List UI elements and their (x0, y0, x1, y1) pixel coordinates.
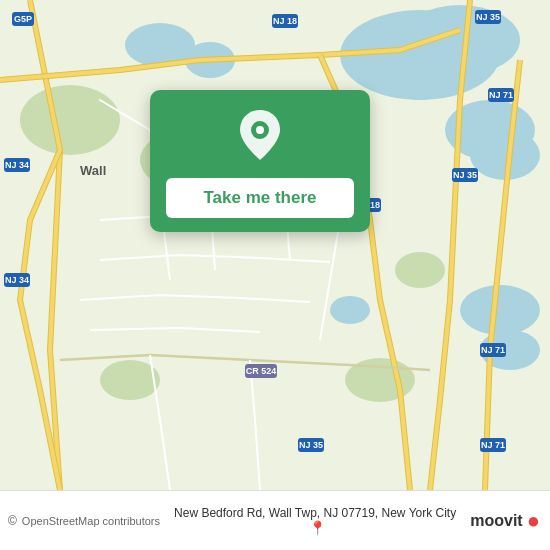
svg-point-2 (400, 5, 520, 75)
svg-point-41 (256, 126, 264, 134)
footer-copyright: © OpenStreetMap contributors (8, 514, 160, 528)
svg-point-5 (460, 285, 540, 335)
map-pin-icon (238, 108, 282, 166)
location-card: Take me there (150, 90, 370, 232)
footer-address: New Bedford Rd, Wall Twp, NJ 07719, New … (160, 505, 470, 536)
svg-text:NJ 35: NJ 35 (476, 12, 500, 22)
svg-text:NJ 34: NJ 34 (5, 275, 29, 285)
svg-text:CR 524: CR 524 (246, 366, 277, 376)
brand-pin-icon: 📍 (309, 520, 326, 536)
footer: © OpenStreetMap contributors New Bedford… (0, 490, 550, 550)
svg-text:NJ 34: NJ 34 (5, 160, 29, 170)
svg-text:NJ 71: NJ 71 (481, 440, 505, 450)
address-text: New Bedford Rd, Wall Twp, NJ 07719, New … (174, 506, 456, 520)
svg-text:NJ 35: NJ 35 (453, 170, 477, 180)
svg-point-14 (395, 252, 445, 288)
svg-text:NJ 71: NJ 71 (481, 345, 505, 355)
svg-point-9 (330, 296, 370, 324)
svg-text:NJ 35: NJ 35 (299, 440, 323, 450)
svg-text:NJ 71: NJ 71 (489, 90, 513, 100)
moovit-logo: moovit ● (470, 510, 540, 532)
copyright-symbol: © (8, 514, 17, 528)
svg-point-10 (20, 85, 120, 155)
map-area: G5P NJ 18 NJ 35 NJ 71 NJ 34 NJ 35 NJ 18 … (0, 0, 550, 490)
svg-text:G5P: G5P (14, 14, 32, 24)
take-me-there-button[interactable]: Take me there (166, 178, 354, 218)
svg-text:NJ 18: NJ 18 (273, 16, 297, 26)
moovit-text: moovit (470, 512, 522, 530)
svg-text:Wall: Wall (80, 163, 106, 178)
copyright-text: OpenStreetMap contributors (22, 515, 160, 527)
moovit-dot-icon: ● (527, 510, 540, 532)
